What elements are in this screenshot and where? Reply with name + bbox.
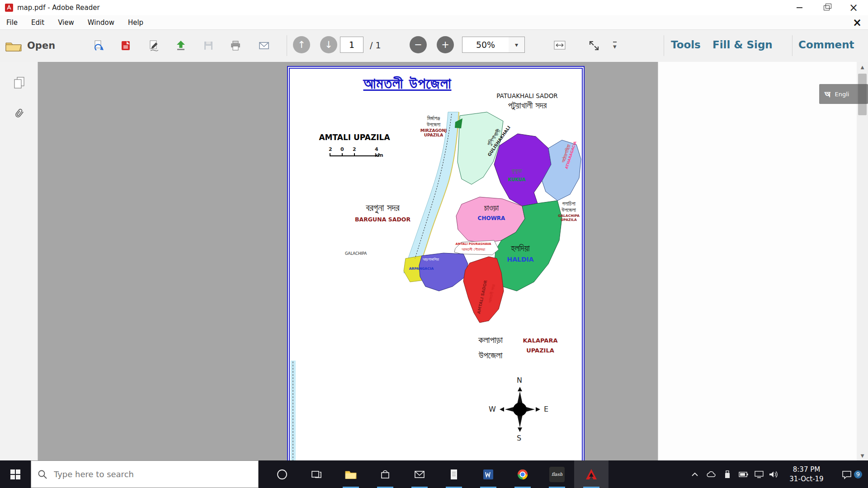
store-bag-icon: [379, 468, 392, 481]
volume-button[interactable]: [766, 460, 781, 488]
document-close-button[interactable]: ×: [853, 15, 862, 30]
page-thumbnails-icon: [12, 76, 26, 89]
hidden-icons-button[interactable]: [687, 460, 703, 488]
compass-n: N: [517, 376, 522, 385]
label-kalapara-en2: UPAZILA: [519, 347, 562, 354]
mail-button[interactable]: [402, 460, 437, 488]
label-kalapara-bn1: কলাপাড়া: [465, 334, 516, 345]
menu-file[interactable]: File: [6, 19, 18, 27]
save-button[interactable]: [198, 34, 218, 57]
search-icon: [38, 469, 47, 479]
action-center-button[interactable]: 9: [835, 460, 868, 488]
zoom-in-button[interactable]: +: [437, 36, 454, 53]
next-page-button[interactable]: ↓: [320, 36, 337, 53]
label-mirzagonj-en2: UPAZILA: [413, 133, 454, 138]
paperclip-icon: [12, 107, 26, 122]
zoom-out-button[interactable]: −: [410, 36, 427, 53]
taskbar-search[interactable]: [31, 460, 259, 488]
scroll-up-icon: ▲: [861, 65, 864, 70]
fullscreen-button[interactable]: [584, 34, 604, 57]
label-galachipa-en1: GALACHIPA: [554, 214, 582, 218]
usb-icon: [723, 469, 732, 479]
display-button[interactable]: [751, 460, 767, 488]
navigation-panel: [0, 62, 38, 460]
save-floppy-icon: [202, 39, 215, 52]
search-input[interactable]: [53, 469, 236, 479]
scroll-up-button[interactable]: ▲: [857, 62, 868, 72]
page-number-input[interactable]: [340, 37, 363, 53]
label-haldia-bn: হলদিয়া: [497, 243, 544, 253]
menu-edit[interactable]: Edit: [31, 19, 44, 27]
scale-tick-label: 2: [353, 146, 356, 152]
page-width-button[interactable]: [550, 34, 570, 57]
scale-tick: [330, 153, 330, 156]
print-button[interactable]: [226, 34, 245, 57]
close-button[interactable]: ×: [841, 0, 866, 15]
store-button[interactable]: [368, 460, 402, 488]
open-label: Open: [27, 40, 55, 51]
down-arrow-icon: ↓: [325, 39, 333, 50]
toolbar-more-button[interactable]: ▾: [613, 42, 617, 51]
scale-tick-label: 0: [340, 146, 344, 152]
label-arpangacia-bn: আড়পাঙ্গাশিয়া: [409, 257, 453, 262]
legend-title: AMTALI UPAZILA: [316, 133, 393, 142]
export-pdf-button[interactable]: [89, 34, 108, 57]
flash-button[interactable]: flash: [540, 460, 574, 488]
volume-icon: [768, 470, 779, 479]
cortana-button[interactable]: [265, 460, 299, 488]
onedrive-button[interactable]: [703, 460, 719, 488]
compass-s: S: [517, 434, 521, 442]
task-view-button[interactable]: [299, 460, 334, 488]
previous-page-button[interactable]: ↑: [293, 36, 310, 53]
restore-button[interactable]: [814, 0, 839, 15]
language-script-icon: অ: [825, 89, 830, 99]
battery-button[interactable]: [736, 460, 751, 488]
battery-icon: [738, 471, 749, 478]
chrome-button[interactable]: [505, 460, 540, 488]
page-thumbnails-button[interactable]: [9, 72, 29, 94]
comment-pane-button[interactable]: Comment: [798, 39, 854, 51]
word-button[interactable]: [471, 460, 505, 488]
tools-pane-button[interactable]: Tools: [671, 39, 701, 51]
label-kukua-bn: কুকুয়া: [500, 167, 534, 174]
fill-sign-pane-button[interactable]: Fill & Sign: [712, 39, 773, 51]
scale-tick: [342, 153, 343, 156]
share-button[interactable]: [171, 34, 191, 57]
adobe-reader-icon: [585, 468, 598, 481]
open-button[interactable]: Open: [5, 34, 55, 57]
restore-icon: [824, 5, 830, 10]
usb-button[interactable]: [720, 460, 735, 488]
menu-help[interactable]: Help: [128, 19, 143, 27]
email-button[interactable]: [254, 34, 274, 57]
scroll-down-button[interactable]: ▼: [857, 450, 868, 460]
window-title: map.pdf - Adobe Reader: [17, 4, 100, 12]
notepad-button[interactable]: [437, 460, 471, 488]
create-pdf-button[interactable]: [116, 34, 136, 57]
start-button[interactable]: [0, 460, 31, 488]
vertical-scrollbar[interactable]: ▲ ▼: [857, 62, 868, 460]
minimize-button[interactable]: [787, 0, 812, 15]
flash-icon: flash: [549, 467, 565, 482]
adobe-reader-button[interactable]: [574, 460, 609, 488]
taskbar-clock[interactable]: 8:37 PM 31-Oct-19: [780, 460, 833, 488]
chrome-icon: [516, 468, 529, 481]
taskbar: flash: [0, 460, 868, 488]
print-icon: [229, 39, 242, 52]
chevron-down-icon: ▾: [515, 41, 518, 48]
windows-logo-icon: [9, 469, 21, 480]
language-label: Engli: [835, 91, 849, 98]
sign-document-button[interactable]: [144, 34, 164, 57]
zoom-dropdown-button[interactable]: ▾: [509, 37, 525, 53]
export-pdf-icon: [92, 39, 105, 52]
scale-tick: [378, 153, 379, 156]
label-galachipa-bn2: উপজেলা: [554, 207, 582, 213]
attachments-button[interactable]: [9, 103, 29, 125]
label-barguna-bn: বরগুনা সদর: [348, 202, 418, 214]
notification-count-badge: 9: [854, 470, 862, 479]
notepad-icon: [448, 468, 460, 481]
zoom-level-select[interactable]: 50%: [462, 37, 509, 53]
language-bar[interactable]: অ Engli: [819, 84, 868, 104]
file-explorer-button[interactable]: [334, 460, 368, 488]
menu-view[interactable]: View: [58, 19, 74, 27]
menu-window[interactable]: Window: [88, 19, 114, 27]
